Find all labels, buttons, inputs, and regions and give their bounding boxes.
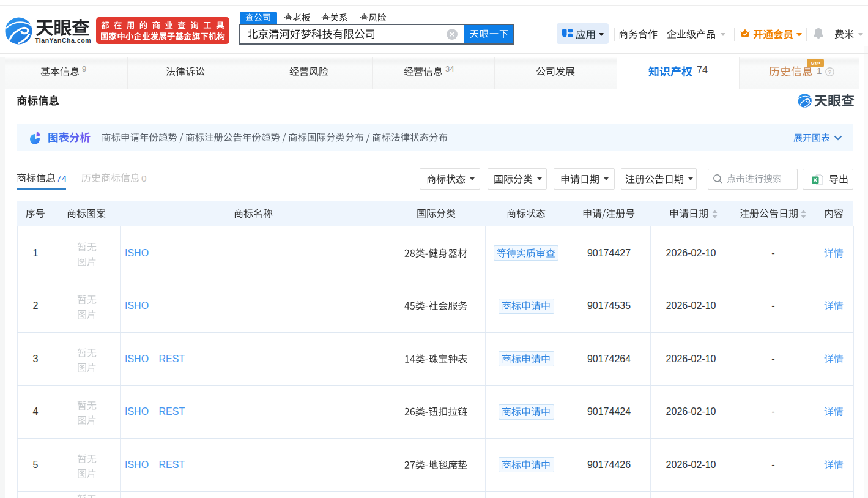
svg-text:?: ? xyxy=(828,69,831,75)
svg-text:VIP: VIP xyxy=(811,60,820,67)
